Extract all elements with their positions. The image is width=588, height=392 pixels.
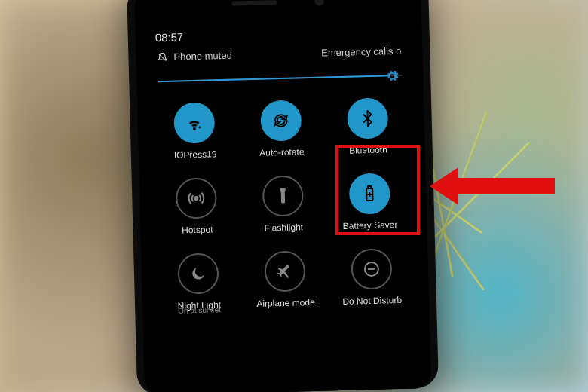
- svg-rect-2: [368, 186, 371, 188]
- tile-battery-saver-label: Battery Saver: [343, 219, 398, 242]
- airplane-icon: [264, 250, 305, 292]
- wifi-icon: [173, 102, 215, 143]
- svg-point-0: [195, 197, 198, 200]
- tile-autorotate[interactable]: Auto-rotate: [240, 100, 323, 170]
- tile-night-light[interactable]: Night Light On at sunset: [158, 253, 240, 323]
- battery-saver-icon: [348, 173, 390, 214]
- phone-speaker: [232, 0, 277, 6]
- tile-flashlight-label: Flashlight: [265, 222, 304, 243]
- phone-muted-label: Phone muted: [173, 50, 232, 63]
- brightness-track-fg: [158, 75, 390, 82]
- tile-night-light-sublabel: On at sunset: [178, 305, 222, 314]
- tile-night-light-label: Night Light On at sunset: [178, 299, 222, 321]
- tile-wifi-label: IOPress19: [174, 149, 217, 170]
- phone-bezel: 08:57 Phone muted Emergency calls o: [134, 0, 431, 392]
- bluetooth-icon: [347, 97, 388, 139]
- android-quick-settings: 08:57 Phone muted Emergency calls o: [144, 20, 422, 392]
- tile-bluetooth[interactable]: Bluetooth: [326, 97, 409, 167]
- phone-frame: 08:57 Phone muted Emergency calls o: [127, 0, 439, 392]
- emergency-calls-label: Emergency calls o: [321, 45, 402, 59]
- tile-hotspot-label: Hotspot: [182, 224, 213, 246]
- night-light-icon: [178, 253, 219, 294]
- phone-muted-indicator: Phone muted: [157, 50, 232, 63]
- tile-autorotate-label: Auto-rotate: [259, 146, 305, 169]
- tile-wifi[interactable]: IOPress19: [154, 102, 236, 172]
- autorotate-icon: [260, 100, 302, 141]
- phone-front-camera: [314, 0, 323, 6]
- tile-dnd-label: Do Not Disturb: [342, 295, 402, 317]
- brightness-thumb-gear-icon[interactable]: [385, 69, 399, 83]
- tile-flashlight[interactable]: Flashlight: [242, 175, 324, 245]
- tile-hotspot[interactable]: Hotspot: [156, 177, 238, 247]
- bell-muted-icon: [157, 51, 167, 62]
- hotspot-icon: [176, 177, 217, 219]
- scene-root: 08:57 Phone muted Emergency calls o: [0, 0, 588, 392]
- tile-battery-saver[interactable]: Battery Saver: [329, 173, 411, 243]
- do-not-disturb-icon: [351, 248, 392, 289]
- brightness-slider[interactable]: [158, 67, 402, 90]
- tile-do-not-disturb[interactable]: Do Not Disturb: [331, 248, 413, 318]
- phone-notch: [134, 0, 421, 21]
- quick-settings-grid: IOPress19 Auto-rotate Bluetooth: [146, 93, 421, 325]
- tile-airplane-label: Airplane mode: [256, 297, 315, 320]
- tile-bluetooth-label: Bluetooth: [349, 144, 387, 166]
- tile-airplane-mode[interactable]: Airplane mode: [244, 250, 326, 320]
- flashlight-icon: [262, 175, 304, 216]
